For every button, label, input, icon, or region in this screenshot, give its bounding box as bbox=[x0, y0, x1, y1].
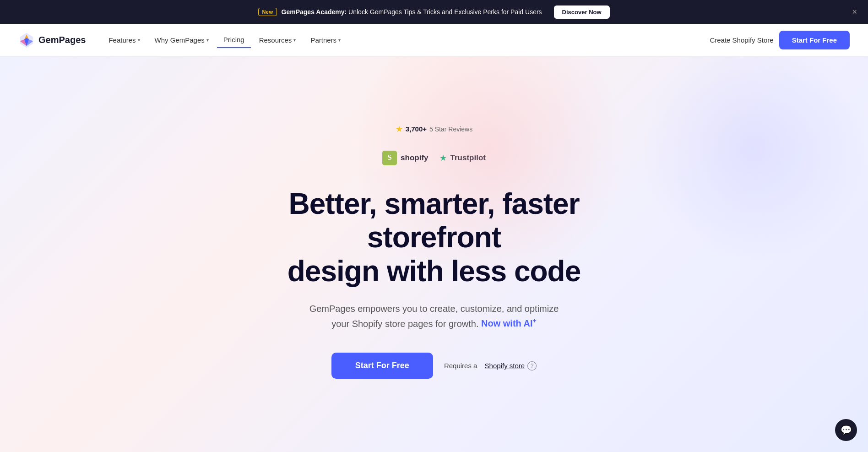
shopify-badge: S shopify bbox=[382, 151, 428, 165]
shopify-store-link[interactable]: Shopify store bbox=[485, 362, 525, 370]
hero-actions: Start For Free Requires a Shopify store … bbox=[331, 353, 537, 379]
navbar: GemPages Features ▾ Why GemPages ▾ Prici… bbox=[0, 24, 868, 57]
chat-button[interactable]: 💬 bbox=[835, 419, 857, 441]
logo-text: GemPages bbox=[38, 35, 86, 45]
trustpilot-badge: ★ Trustpilot bbox=[439, 153, 486, 163]
announcement-bar: New GemPages Academy: Unlock GemPages Ti… bbox=[0, 0, 868, 24]
announcement-text: GemPages Academy: Unlock GemPages Tips &… bbox=[282, 8, 542, 16]
logo[interactable]: GemPages bbox=[18, 32, 86, 49]
hero-headline: Better, smarter, faster storefront desig… bbox=[239, 187, 629, 289]
nav-item-why-gempages[interactable]: Why GemPages ▾ bbox=[148, 33, 215, 48]
ai-highlight: Now with AI+ bbox=[481, 318, 537, 328]
announcement-content: New GemPages Academy: Unlock GemPages Ti… bbox=[258, 5, 609, 19]
trustpilot-label: Trustpilot bbox=[450, 153, 486, 163]
star-icon: ★ bbox=[396, 124, 403, 134]
star-rating: ★ 3,700+ 5 Star Reviews bbox=[396, 124, 472, 134]
shopify-icon: S bbox=[382, 151, 397, 165]
new-badge: New bbox=[258, 8, 277, 16]
nav-item-resources[interactable]: Resources ▾ bbox=[253, 33, 303, 48]
logo-icon bbox=[18, 32, 35, 49]
shopify-label: shopify bbox=[401, 153, 428, 163]
nav-item-partners[interactable]: Partners ▾ bbox=[304, 33, 347, 48]
start-for-free-button[interactable]: Start For Free bbox=[779, 31, 850, 49]
close-announcement-button[interactable]: × bbox=[852, 8, 857, 16]
info-icon[interactable]: ? bbox=[527, 361, 537, 370]
review-count: 3,700+ bbox=[406, 125, 427, 133]
nav-cta: Create Shopify Store Start For Free bbox=[710, 31, 850, 49]
create-shopify-store-link[interactable]: Create Shopify Store bbox=[710, 36, 773, 44]
reviews-row: ★ 3,700+ 5 Star Reviews bbox=[396, 124, 472, 134]
hero-start-for-free-button[interactable]: Start For Free bbox=[331, 353, 433, 379]
chevron-down-icon: ▾ bbox=[206, 38, 209, 43]
trustpilot-star-icon: ★ bbox=[439, 153, 447, 163]
requires-shopify-text: Requires a Shopify store ? bbox=[444, 361, 537, 370]
review-label: 5 Star Reviews bbox=[429, 125, 472, 133]
chevron-down-icon: ▾ bbox=[293, 38, 296, 43]
chat-icon: 💬 bbox=[841, 425, 852, 436]
platform-badges: S shopify ★ Trustpilot bbox=[382, 151, 486, 165]
svg-text:S: S bbox=[387, 152, 392, 162]
hero-section: ★ 3,700+ 5 Star Reviews S shopify ★ Trus… bbox=[0, 57, 868, 452]
nav-links: Features ▾ Why GemPages ▾ Pricing Resour… bbox=[102, 32, 710, 48]
hero-subtext: GemPages empowers you to create, customi… bbox=[301, 301, 567, 331]
chevron-down-icon: ▾ bbox=[338, 38, 341, 43]
nav-item-features[interactable]: Features ▾ bbox=[102, 33, 146, 48]
chevron-down-icon: ▾ bbox=[138, 38, 140, 43]
discover-now-button[interactable]: Discover Now bbox=[554, 5, 610, 19]
nav-item-pricing[interactable]: Pricing bbox=[217, 32, 251, 48]
